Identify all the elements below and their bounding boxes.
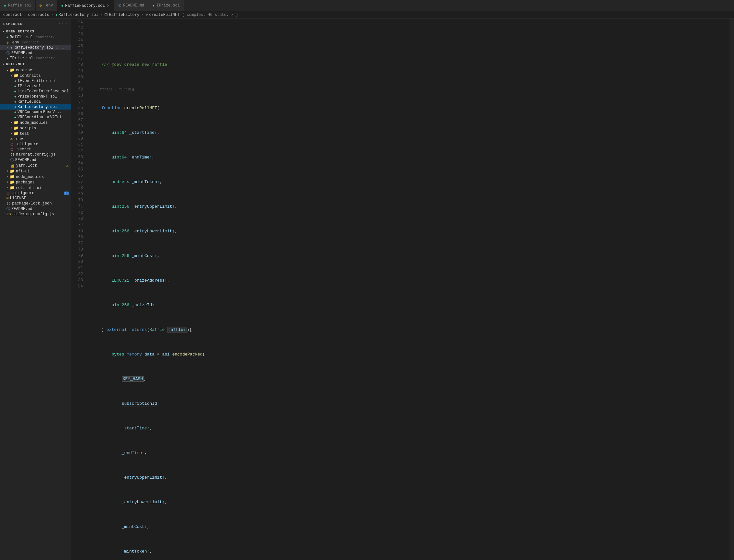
file-gitignore-contract[interactable]: ⬡ .gitignore [0, 142, 71, 147]
open-editor-raffle-sol[interactable]: ◆ Raffle.sol contract/... [0, 35, 71, 40]
folder-scripts[interactable]: › 📁 scripts [0, 125, 71, 131]
folder-name: test [20, 132, 29, 136]
folder-packages[interactable]: › 📁 packages [0, 180, 71, 185]
settings-icon: ⚙ [10, 137, 13, 141]
file-name: IPrize.sol [10, 56, 33, 61]
file-name: VRFCoordinatorV2Int... [17, 115, 69, 120]
code-line-52: ) external returns(Raffle raffle↑){ [91, 327, 729, 333]
chevron-right-icon: › [10, 132, 12, 135]
chevron-right-icon: › [10, 121, 12, 124]
sidebar: EXPLORER ··· ▾ OPEN EDITORS ◆ Raffle.sol… [0, 18, 71, 560]
file-rafflefactory[interactable]: ◆ RaffleFactory.sol [0, 104, 71, 110]
scroll-indicator[interactable] [729, 18, 734, 560]
folder-name: node_modules [20, 121, 48, 125]
folder-icon: 📁 [10, 180, 15, 185]
file-tailwind-config[interactable]: JS tailwing.config.js [0, 212, 71, 217]
info-icon: ⓘ [10, 157, 14, 162]
file-secret[interactable]: ⬡ .secret [0, 147, 71, 152]
code-line-46: address _mintToken↑, [91, 179, 729, 185]
file-name: .env [10, 40, 19, 45]
code-line-59: _entryLowerLimit↑, [91, 499, 729, 505]
file-package-lock[interactable]: {} package-lock.json [0, 201, 71, 206]
chevron-down-icon: ▾ [10, 74, 12, 78]
breadcrumb-item[interactable]: contract [3, 13, 22, 17]
tab-readme-md[interactable]: ⓘ README.md [114, 0, 148, 11]
file-name: hardhat.config.js [16, 152, 55, 157]
file-vrfconsumerbase[interactable]: ◆ VRFConsumerBaseV... [0, 110, 71, 115]
file-name: RaffleFactory.sol [17, 105, 57, 109]
folder-nft-ui[interactable]: › 📁 nft-ui [0, 169, 71, 174]
diamond-icon: ◆ [61, 4, 64, 8]
folder-node-modules-contract[interactable]: › 📁 node_modules [0, 120, 71, 125]
file-vrfcoordinator[interactable]: ◆ VRFCoordinatorV2Int... [0, 115, 71, 120]
code-line-57: _endTime↑, [91, 450, 729, 456]
open-editor-rafflefactory[interactable]: × ◆ RaffleFactory.sol c... [0, 45, 71, 50]
folder-test[interactable]: › 📁 test [0, 131, 71, 136]
open-editor-env[interactable]: ⚙ .env contract [0, 40, 71, 45]
section-label-text: OPEN EDITORS [6, 29, 34, 33]
file-hardhat-config[interactable]: JS hardhat.config.js [0, 152, 71, 157]
chevron-right-icon: › [6, 181, 8, 184]
explorer-title: EXPLORER [3, 22, 23, 26]
folder-icon: 📁 [14, 131, 18, 136]
code-line-61: _mintToken↑, [91, 548, 729, 554]
file-linktokeninterface[interactable]: ◆ LinkTokenInterface.sol [0, 89, 71, 94]
code-line-48: uint256 _entryLowerLimit↑, [91, 228, 729, 234]
folder-icon: 📁 [10, 169, 15, 174]
diamond-icon: ◆ [4, 4, 6, 8]
open-editors-section[interactable]: ▾ OPEN EDITORS [0, 28, 71, 35]
more-options-button[interactable]: ··· [58, 21, 68, 27]
file-name: package-lock.json [12, 201, 52, 206]
file-gitignore-root[interactable]: ⬡ .gitignore U [0, 191, 71, 196]
file-iprize[interactable]: ◆ IPrize.sol [0, 84, 71, 89]
file-readme-contract[interactable]: ⓘ README.md [0, 157, 71, 163]
editor-area[interactable]: 41 42 43 44 45 46 47 48 49 50 51 52 53 5… [71, 18, 729, 560]
open-editor-iprize[interactable]: ✦ IPrize.sol contract/... [0, 56, 71, 61]
chevron-right-icon: › [6, 175, 8, 179]
folder-contracts[interactable]: ▾ 📁 contracts [0, 73, 71, 78]
file-env[interactable]: ⚙ .env [0, 136, 71, 142]
breadcrumb-separator: › [51, 13, 53, 17]
tab-iprize-sol[interactable]: ✦ IPrize.sol [148, 0, 184, 11]
code-container: 41 42 43 44 45 46 47 48 49 50 51 52 53 5… [71, 18, 729, 560]
file-prizetokennft[interactable]: ◆ PrizeTokenNFT.sol [0, 94, 71, 99]
folder-roll-nft-ui[interactable]: › 📁 roll-nft-ui [0, 185, 71, 191]
code-line-51: uint256 _prizeId↑ [91, 302, 729, 308]
folder-icon: 📁 [14, 126, 18, 131]
folder-name: roll-nft-ui [16, 186, 41, 190]
breadcrumb-item[interactable]: RaffleFactory.sol [59, 13, 98, 17]
diamond-icon: ◆ [14, 115, 16, 119]
code-line-53: bytes memory data = abi.encodePacked( [91, 351, 729, 357]
file-yarn-lock[interactable]: 🔒 yarn.lock ⚠ [0, 163, 71, 169]
tab-rafflefactory-sol[interactable]: ◆ RaffleFactory.sol × [57, 0, 114, 11]
file-ieventemitter[interactable]: ◆ IEventEmitter.sol [0, 78, 71, 84]
tab-raffle-sol[interactable]: ◆ Raffle.sol [0, 0, 36, 11]
git-icon: ⬡ [10, 147, 14, 152]
license-icon: © [6, 196, 9, 200]
info-icon: ⓘ [6, 206, 10, 211]
folder-icon: 📁 [10, 68, 15, 73]
folder-contract[interactable]: ▾ 📁 contract [0, 67, 71, 73]
file-path: c... [56, 46, 64, 50]
folder-name: contracts [20, 74, 41, 78]
folder-node-modules[interactable]: › 📁 node_modules [0, 174, 71, 180]
file-name: IPrize.sol [17, 84, 41, 88]
folder-icon: 📁 [10, 185, 15, 190]
info-icon: ⓘ [6, 51, 10, 55]
breadcrumb-item[interactable]: contracts [28, 13, 49, 17]
roll-nft-section[interactable]: ▾ ROLL-NFT [0, 61, 71, 67]
file-readme-root[interactable]: ⓘ README.md [0, 206, 71, 212]
open-editor-readme[interactable]: ⓘ README.md [0, 50, 71, 56]
file-license[interactable]: © LICENSE [0, 196, 71, 201]
breadcrumb-separator: › [24, 13, 26, 17]
code-line-54: KEY_HASH, [91, 376, 729, 382]
breadcrumb: contract › contracts › ◆ RaffleFactory.s… [0, 11, 734, 18]
diamond-icon: ◆ [14, 95, 16, 99]
folder-name: nft-ui [16, 169, 30, 174]
file-raffle[interactable]: ◆ Raffle.sol [0, 99, 71, 104]
close-small-icon[interactable]: × [6, 46, 8, 50]
tab-env[interactable]: ⚙ .env [36, 0, 57, 11]
breadcrumb-item[interactable]: RaffleFactory [109, 13, 139, 17]
breadcrumb-item[interactable]: createRollNFT [149, 13, 180, 17]
close-icon[interactable]: × [107, 4, 110, 8]
